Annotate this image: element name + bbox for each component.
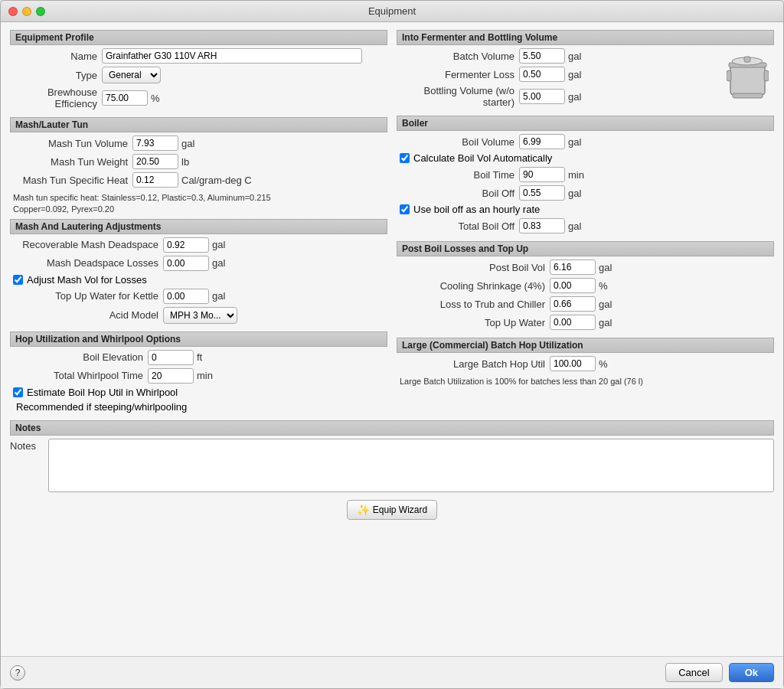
mash-weight-unit: lb bbox=[181, 156, 189, 168]
deadspace-unit: gal bbox=[212, 257, 225, 269]
elevation-unit: ft bbox=[197, 351, 202, 363]
loss-trub-unit: gal bbox=[599, 299, 612, 310]
large-batch-util-input[interactable] bbox=[550, 356, 596, 371]
notes-row: Notes bbox=[10, 439, 774, 492]
hourly-rate-checkbox[interactable] bbox=[400, 204, 410, 214]
total-boil-off-label: Total Boil Off bbox=[397, 220, 519, 232]
whirlpool-input[interactable] bbox=[148, 368, 194, 384]
close-button[interactable] bbox=[8, 7, 18, 16]
large-batch-util-row: Large Batch Hop Util % bbox=[397, 356, 774, 371]
batch-volume-input[interactable] bbox=[519, 48, 565, 64]
fermenter-fields: Batch Volume gal Fermenter Loss gal Bott… bbox=[397, 48, 720, 111]
notes-label: Notes bbox=[10, 439, 48, 452]
large-batch-util-unit: % bbox=[599, 358, 608, 370]
batch-volume-label: Batch Volume bbox=[397, 51, 519, 62]
large-batch-header: Large (Commercial) Batch Hop Utilization bbox=[397, 338, 774, 353]
specific-heat-hint: Mash tun specific heat: Stainless=0.12, … bbox=[10, 191, 387, 219]
acid-model-label: Acid Model bbox=[10, 309, 163, 321]
svg-rect-5 bbox=[764, 70, 769, 81]
topup-kettle-row: Top Up Water for Kettle gal bbox=[10, 289, 387, 304]
deadspace-label: Mash Deadspace Losses bbox=[10, 257, 163, 269]
boil-volume-row: Boil Volume gal bbox=[397, 134, 774, 149]
boil-time-input[interactable] bbox=[519, 167, 565, 182]
topup-water-input[interactable] bbox=[550, 315, 596, 330]
name-label: Name bbox=[10, 51, 102, 62]
boil-off-input[interactable] bbox=[519, 185, 565, 201]
svg-rect-4 bbox=[727, 70, 731, 81]
adjust-mash-checkbox[interactable] bbox=[13, 275, 23, 285]
recoverable-row: Recoverable Mash Deadspace gal bbox=[10, 237, 387, 253]
boil-off-row: Boil Off gal bbox=[397, 185, 774, 201]
mash-volume-input[interactable] bbox=[132, 136, 178, 151]
deadspace-input[interactable] bbox=[163, 256, 209, 271]
specific-heat-unit: Cal/gram-deg C bbox=[181, 175, 252, 186]
batch-volume-unit: gal bbox=[568, 51, 581, 62]
cooling-input[interactable] bbox=[550, 278, 596, 293]
loss-trub-row: Loss to Trub and Chiller gal bbox=[397, 296, 774, 312]
wizard-icon: ✨ bbox=[357, 504, 370, 516]
calculate-boil-row: Calculate Boil Vol Automatically bbox=[397, 152, 774, 164]
acid-model-select[interactable]: MPH 3 Mo... Simple Advanced bbox=[163, 307, 237, 324]
specific-heat-input[interactable] bbox=[132, 172, 178, 188]
equip-wizard-button[interactable]: ✨ Equip Wizard bbox=[347, 500, 437, 520]
total-boil-off-row: Total Boil Off gal bbox=[397, 218, 774, 233]
fermenter-loss-unit: gal bbox=[568, 69, 581, 80]
help-button[interactable]: ? bbox=[10, 665, 25, 681]
recoverable-unit: gal bbox=[212, 239, 225, 250]
mash-volume-unit: gal bbox=[181, 138, 194, 149]
efficiency-input[interactable] bbox=[102, 90, 148, 106]
calculate-boil-label: Calculate Boil Vol Automatically bbox=[413, 152, 552, 164]
notes-textarea[interactable] bbox=[48, 439, 774, 492]
hourly-rate-label: Use boil off as an hourly rate bbox=[413, 204, 540, 215]
large-batch-util-label: Large Batch Hop Util bbox=[397, 358, 550, 370]
cancel-button[interactable]: Cancel bbox=[665, 663, 722, 682]
name-input[interactable] bbox=[102, 48, 362, 64]
boil-volume-label: Boil Volume bbox=[397, 136, 519, 148]
boil-volume-input[interactable] bbox=[519, 134, 565, 149]
name-row: Name bbox=[10, 48, 387, 64]
type-row: Type General All Grain Extract bbox=[10, 67, 387, 83]
help-label: ? bbox=[15, 668, 21, 678]
specific-heat-label: Mash Tun Specific Heat bbox=[10, 175, 132, 186]
mash-weight-input[interactable] bbox=[132, 154, 178, 169]
recoverable-input[interactable] bbox=[163, 237, 209, 253]
fermenter-content: Batch Volume gal Fermenter Loss gal Bott… bbox=[397, 48, 774, 111]
efficiency-label: Brewhouse Efficiency bbox=[10, 87, 102, 109]
calculate-boil-checkbox[interactable] bbox=[400, 153, 410, 163]
bottling-volume-input[interactable] bbox=[519, 89, 565, 104]
total-boil-off-unit: gal bbox=[568, 220, 581, 232]
fermenter-loss-row: Fermenter Loss gal bbox=[397, 67, 720, 82]
wizard-area: ✨ Equip Wizard bbox=[10, 500, 774, 520]
mash-volume-label: Mash Tun Volume bbox=[10, 138, 132, 149]
elevation-input[interactable] bbox=[148, 350, 194, 365]
topup-water-label: Top Up Water bbox=[397, 317, 550, 328]
loss-trub-label: Loss to Trub and Chiller bbox=[397, 299, 550, 310]
action-buttons: Cancel Ok bbox=[665, 663, 774, 682]
minimize-button[interactable] bbox=[22, 7, 31, 16]
total-boil-off-input[interactable] bbox=[519, 218, 565, 233]
post-boil-header: Post Boil Losses and Top Up bbox=[397, 241, 774, 256]
bottom-bar: ? Cancel Ok bbox=[1, 656, 783, 688]
type-label: Type bbox=[10, 70, 102, 81]
mash-volume-row: Mash Tun Volume gal bbox=[10, 136, 387, 151]
efficiency-unit: % bbox=[151, 93, 160, 104]
hourly-rate-row: Use boil off as an hourly rate bbox=[397, 204, 774, 215]
fermenter-loss-input[interactable] bbox=[519, 67, 565, 82]
recoverable-label: Recoverable Mash Deadspace bbox=[10, 239, 163, 250]
specific-heat-row: Mash Tun Specific Heat Cal/gram-deg C bbox=[10, 172, 387, 188]
ok-button[interactable]: Ok bbox=[729, 663, 774, 682]
mash-lautering-header: Mash And Lautering Adjustments bbox=[10, 219, 387, 234]
whirlpool-unit: min bbox=[197, 370, 213, 381]
maximize-button[interactable] bbox=[36, 7, 45, 16]
loss-trub-input[interactable] bbox=[550, 296, 596, 312]
window-title: Equipment bbox=[368, 5, 416, 17]
boil-off-unit: gal bbox=[568, 188, 581, 199]
topup-kettle-input[interactable] bbox=[163, 289, 209, 304]
topup-water-row: Top Up Water gal bbox=[397, 315, 774, 330]
adjust-mash-label: Adjust Mash Vol for Losses bbox=[27, 274, 147, 286]
post-boil-vol-input[interactable] bbox=[550, 260, 596, 275]
type-select[interactable]: General All Grain Extract bbox=[102, 67, 161, 83]
cooling-label: Cooling Shrinkage (4%) bbox=[397, 280, 550, 292]
notes-header: Notes bbox=[10, 420, 774, 436]
estimate-hop-checkbox[interactable] bbox=[13, 387, 23, 397]
